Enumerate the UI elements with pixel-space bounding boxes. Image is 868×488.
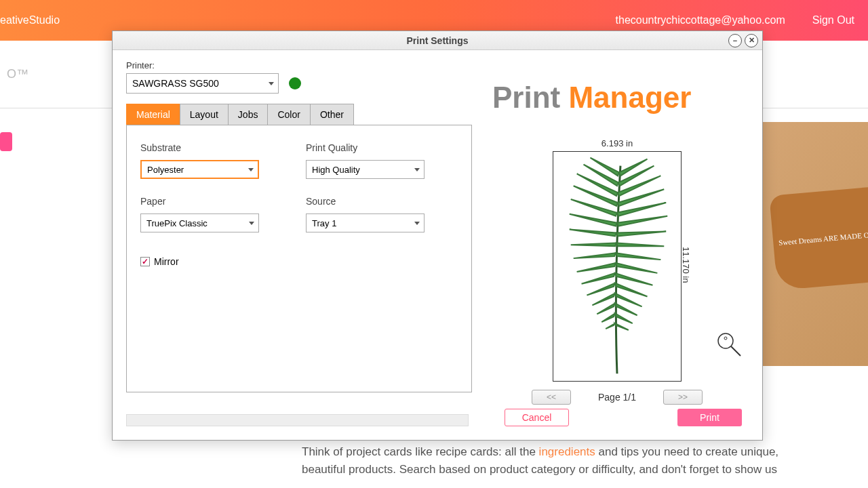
leaf-image (553, 152, 681, 381)
user-email: thecountrychiccottage@yahoo.com (616, 14, 785, 26)
tab-color[interactable]: Color (267, 104, 310, 125)
height-dimension: 11.170 in (681, 247, 691, 283)
background-image: Sweet Dreams ARE MADE OF CHEESE (760, 122, 868, 366)
svg-point-0 (718, 333, 733, 348)
source-select[interactable]: Tray 1 (306, 214, 425, 232)
svg-line-2 (731, 346, 741, 356)
quality-label: Print Quality (306, 142, 458, 153)
mirror-label: Mirror (154, 256, 179, 267)
printer-select[interactable]: SAWGRASS SG500 (126, 73, 279, 94)
preview-canvas (553, 151, 682, 382)
tab-content: Substrate Polyester Print Quality High Q… (126, 125, 472, 392)
print-settings-dialog: Print Settings − ✕ Printer: SAWGRASS SG5… (112, 30, 763, 441)
app-title: Print Manager (492, 81, 749, 115)
chevron-down-icon (414, 222, 420, 225)
tabs: Material Layout Jobs Color Other (126, 104, 472, 125)
next-page-button[interactable]: >> (663, 390, 703, 405)
substrate-label: Substrate (140, 142, 292, 153)
tab-material[interactable]: Material (126, 104, 180, 125)
tab-layout[interactable]: Layout (180, 104, 229, 125)
chevron-down-icon (249, 222, 254, 225)
quality-select[interactable]: High Quality (306, 160, 425, 179)
dialog-title: Print Settings (406, 35, 468, 46)
app-name: eativeStudio (0, 14, 60, 26)
page-indicator: Page 1/1 (598, 392, 636, 403)
cheese-board: Sweet Dreams ARE MADE OF CHEESE (769, 184, 868, 291)
printer-label: Printer: (126, 60, 472, 70)
close-button[interactable]: ✕ (745, 34, 758, 47)
ingredients-link[interactable]: ingredients (539, 445, 595, 458)
page-body-text: Think of project cards like recipe cards… (292, 433, 800, 488)
paper-select[interactable]: TruePix Classic (140, 214, 259, 232)
printer-status-indicator (289, 77, 301, 89)
print-button[interactable]: Print (677, 409, 742, 426)
minimize-button[interactable]: − (728, 34, 742, 47)
cancel-button[interactable]: Cancel (505, 409, 569, 426)
sign-out-link[interactable]: Sign Out (812, 14, 854, 26)
tab-other[interactable]: Other (310, 104, 354, 125)
preview-area: 6.193 in (486, 138, 749, 405)
tab-jobs[interactable]: Jobs (228, 104, 269, 125)
mirror-checkbox[interactable]: ✓ (140, 257, 150, 266)
source-label: Source (306, 196, 458, 207)
chevron-down-icon (269, 82, 274, 85)
paper-label: Paper (140, 196, 292, 207)
chevron-down-icon (414, 168, 420, 171)
width-dimension: 6.193 in (486, 138, 749, 148)
logo-text: O™ (7, 67, 28, 81)
svg-point-1 (724, 337, 727, 340)
zoom-icon[interactable] (716, 331, 742, 360)
prev-page-button[interactable]: << (532, 390, 571, 405)
substrate-select[interactable]: Polyester (140, 160, 259, 179)
side-tab[interactable] (0, 132, 12, 151)
chevron-down-icon (248, 168, 254, 171)
progress-bar (126, 414, 469, 426)
dialog-title-bar: Print Settings − ✕ (113, 31, 762, 50)
